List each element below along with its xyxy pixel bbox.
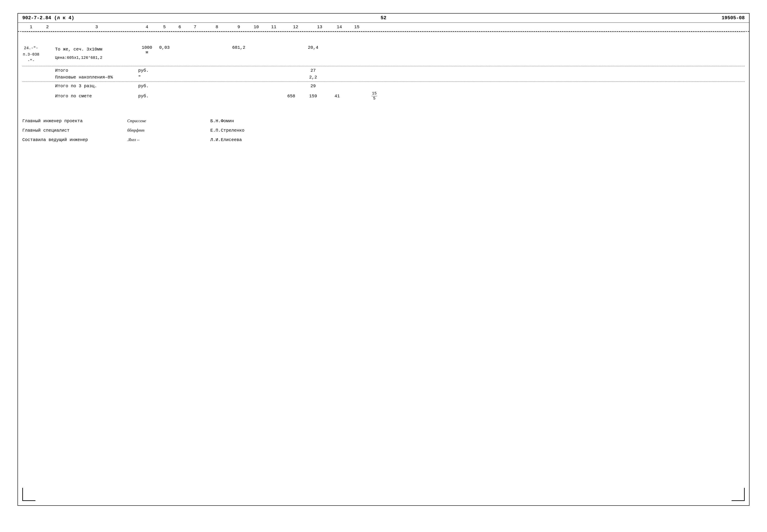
- itogo3-unit: руб.: [138, 84, 156, 89]
- chief-specialist-signature: ббтрфтт: [127, 128, 210, 133]
- item-sub-num: п.3-038: [23, 51, 39, 58]
- chief-engineer-name: Б.Н.Фомин: [210, 119, 280, 124]
- col-num-13: 13: [309, 24, 331, 30]
- itogo-row: Итого руб. 27: [22, 68, 745, 73]
- col-num-6: 6: [173, 24, 186, 30]
- item-main-num: 24.-"-: [24, 45, 38, 51]
- col-num-8: 8: [204, 24, 230, 30]
- unit-value: м: [138, 50, 156, 54]
- desc-line2: Цена:605x1,126°681,2: [55, 54, 138, 62]
- compiled-by-name: Л.И.Елисеева: [210, 137, 280, 142]
- itogo-smeta-row: Итого по смете руб. 658 159 41 15 5: [22, 91, 745, 101]
- compiled-by-signature: .Яхел --: [127, 138, 210, 142]
- qty-cell: 1000 м: [138, 45, 156, 54]
- sig-row-chief-specialist: Главный специалист ббтрфтт Е.П.Стреленко: [22, 128, 745, 133]
- plan-col12: 2,2: [300, 75, 326, 80]
- corner-bottom-right: [732, 488, 745, 501]
- chief-engineer-signature: Страссеме: [127, 119, 210, 123]
- chief-specialist-label: Главный специалист: [22, 128, 127, 133]
- sig-row-chief-engineer: Главный инженер проекта Страссеме Б.Н.Фо…: [22, 119, 745, 124]
- smeta-label: Итого по смете: [55, 94, 138, 99]
- signature-section: Главный инженер проекта Страссеме Б.Н.Фо…: [18, 119, 749, 142]
- col-num-15: 15: [348, 24, 366, 30]
- item-number-cell: 24.-"- п.3-038 -"-: [22, 45, 40, 64]
- itogo3-row: Итого по 3 разц. руб. 29: [22, 84, 745, 89]
- compiled-by-label: Составила ведущий инженер: [22, 137, 127, 142]
- col-num-11: 11: [265, 24, 282, 30]
- col8-total: 681,2: [230, 45, 248, 50]
- sep1: [22, 66, 745, 66]
- plan-unit: ": [138, 75, 156, 80]
- page: 902-7-2.84 (л к 4) 52 19505-08 1 2 3 4 5…: [0, 0, 767, 532]
- col-num-1: 1: [22, 24, 40, 30]
- col12-total: 20,4: [300, 45, 326, 50]
- chief-specialist-name: Е.П.Стреленко: [210, 128, 280, 133]
- itogo-col12: 27: [300, 68, 326, 73]
- col-num-14: 14: [331, 24, 348, 30]
- plan-row: Плановые накопления–8% " 2,2: [22, 75, 745, 80]
- itogo-label: Итого: [55, 68, 138, 73]
- item-dash: -"-: [28, 58, 35, 64]
- sig-row-compiled-by: Составила ведущий инженер .Яхел -- Л.И.Е…: [22, 137, 745, 142]
- col-num-9: 9: [230, 24, 248, 30]
- fraction-denominator: 5: [373, 96, 376, 101]
- corner-bottom-left: [22, 488, 35, 501]
- desc-line1: То же, сеч. 3х10мм: [55, 45, 138, 54]
- qty-value: 1000: [138, 45, 156, 50]
- plan-label: Плановые накопления–8%: [55, 75, 138, 80]
- page-number: 52: [110, 15, 657, 21]
- price-cell: 0,03: [156, 45, 173, 50]
- col-num-5: 5: [156, 24, 173, 30]
- itogo3-col12: 29: [300, 84, 326, 89]
- chief-engineer-label: Главный инженер проекта: [22, 119, 127, 124]
- itogo3-label: Итого по 3 разц.: [55, 84, 138, 89]
- smeta-col11: 658: [282, 94, 300, 99]
- smeta-col12: 159: [300, 94, 326, 99]
- item-24-row: 24.-"- п.3-038 -"- То же, сеч. 3х10мм Це…: [22, 45, 745, 64]
- table-area: 24.-"- п.3-038 -"- То же, сеч. 3х10мм Це…: [18, 32, 749, 101]
- smeta-unit: руб.: [138, 94, 156, 99]
- description-cell: То же, сеч. 3х10мм Цена:605x1,126°681,2: [55, 45, 138, 62]
- col-num-3: 3: [55, 24, 138, 30]
- doc-code: 19505-08: [657, 15, 745, 21]
- smeta-col15-fraction: 15 5: [366, 91, 383, 101]
- col-num-12: 12: [282, 24, 309, 30]
- col-num-10: 10: [248, 24, 265, 30]
- doc-number: 902-7-2.84 (л к 4): [22, 15, 110, 21]
- col-num-2: 2: [40, 24, 55, 30]
- fraction-15: 15 5: [371, 91, 377, 101]
- fraction-numerator: 15: [371, 91, 377, 96]
- column-numbers-row: 1 2 3 4 5 6 7 8 9 10 11 12 13 14 15: [18, 23, 749, 32]
- header-row: 902-7-2.84 (л к 4) 52 19505-08: [18, 14, 749, 23]
- col-num-4: 4: [138, 24, 156, 30]
- smeta-col13: 41: [326, 94, 348, 99]
- itogo-unit: руб.: [138, 68, 156, 73]
- document-border: 902-7-2.84 (л к 4) 52 19505-08 1 2 3 4 5…: [17, 13, 750, 506]
- col-num-7: 7: [186, 24, 204, 30]
